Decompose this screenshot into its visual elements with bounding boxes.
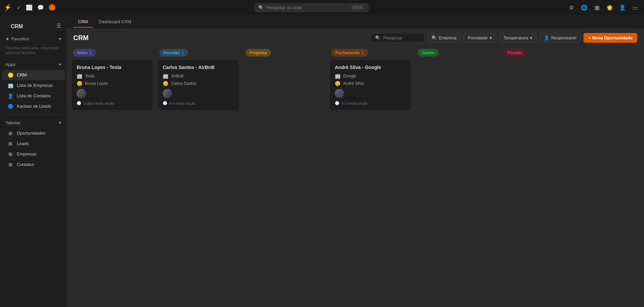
kanban-card-carlos-airbnb[interactable]: Carlos Santos - AirBnB 🏢 AirBnB 😊 Carlos… xyxy=(158,60,239,110)
kanban-column-perdido: Perdido xyxy=(502,47,583,60)
tabelas-header[interactable]: Tabelas ▾ xyxy=(0,117,67,128)
apps-section: Apps ▾ 🟡 CRM 🏢 Lista de Empresas 👤 Lista… xyxy=(0,59,67,112)
global-search-bar[interactable]: 🔍 Pesquisar ou criar Ctrl K xyxy=(254,3,368,12)
document-icon[interactable]: ⬜ xyxy=(26,4,33,11)
card-andre-google-person: 😊 André Silva xyxy=(335,81,406,86)
stage-proposta-label: Proposta xyxy=(249,50,267,55)
topbar-quick-icons: ✓ ⬜ 💬 1 xyxy=(17,4,55,11)
contatos-table-icon: ⊞ xyxy=(7,162,13,167)
kanban-card-andre-google[interactable]: André Silva - Google 🏢 Google 😊 André Si… xyxy=(330,60,411,110)
stage-fechamento-label: Fechamento xyxy=(335,50,360,55)
table-icon[interactable]: ▦ xyxy=(592,3,602,12)
apps-header[interactable]: Apps ▾ xyxy=(0,59,67,70)
card-bruna-tesla-time-label: 3 dias nesta seção xyxy=(83,101,114,105)
card-carlos-airbnb-time-label: 4 h nesta seção xyxy=(169,101,196,105)
crm-icon: 🟡 xyxy=(7,72,13,78)
sidebar-item-leads-label: Leads xyxy=(17,141,29,146)
empresas-table-icon: ⊞ xyxy=(7,151,13,157)
stage-badge-fechamento: Fechamento 1 xyxy=(331,49,368,57)
card-carlos-airbnb-company-label: AirBnB xyxy=(171,74,184,78)
kanban-board: Novo 1 Bruna Lopes - Tesla 🏢 Tesla 😊 Bru… xyxy=(67,47,644,307)
tabelas-section: Tabelas ▾ ⊞ Oportunidades ⊞ Leads ⊞ Empr… xyxy=(0,117,67,170)
prioridade-filter-btn[interactable]: Prioridade ▾ xyxy=(464,33,496,43)
person-carlos-icon: 😊 xyxy=(163,81,168,86)
sidebar-item-leads[interactable]: ⊞ Leads xyxy=(2,139,65,149)
stage-fechamento-count: 1 xyxy=(362,50,364,55)
kanban-column-proposta: Proposta xyxy=(244,47,325,60)
kanban-column-fechamento-header: Fechamento 1 xyxy=(330,47,411,60)
card-bruna-tesla-title: Bruna Lopes - Tesla xyxy=(77,65,148,70)
app-logo: ⚡ xyxy=(4,4,11,11)
stage-perdido-label: Perdido xyxy=(508,50,523,55)
kanban-column-ganho: Ganho xyxy=(416,47,497,60)
person-bruna-icon: 😊 xyxy=(77,81,82,86)
hamburger-icon[interactable]: ☰ xyxy=(56,23,61,29)
kanban-card-bruna-tesla[interactable]: Bruna Lopes - Tesla 🏢 Tesla 😊 Bruna Lope… xyxy=(72,60,153,110)
temperatura-filter-label: Temperatura xyxy=(504,35,528,40)
search-filter-input[interactable]: 🔍 Pesquisar xyxy=(371,33,425,43)
settings-icon[interactable]: ⚙ xyxy=(567,3,576,12)
stage-reuniao-count: 1 xyxy=(182,50,184,55)
stage-badge-proposta: Proposta xyxy=(245,49,271,57)
chat-icon[interactable]: 💬 xyxy=(37,4,44,11)
clock-carlos-icon: 🕐 xyxy=(163,101,167,105)
card-andre-google-time-label: 4 h nesta seção xyxy=(341,101,368,105)
tab-dashboard-crm[interactable]: Dashboard CRM xyxy=(94,16,136,28)
favorites-label: Favoritos xyxy=(11,36,29,41)
new-opportunity-button[interactable]: + Nova Oportunidade xyxy=(583,33,637,43)
profile-icon[interactable]: 👤 xyxy=(618,3,627,12)
sidebar-item-contatos[interactable]: ⊞ Contatos xyxy=(2,160,65,170)
search-bar-inner: 🔍 Pesquisar ou criar xyxy=(258,5,302,10)
page-actions: 🔍 Pesquisar 🔍 Empresa Prioridade ▾ Tempe… xyxy=(371,33,637,43)
search-icon: 🔍 xyxy=(258,5,264,10)
sidebar-item-lista-contatos[interactable]: 👤 Lista de Contatos xyxy=(2,91,65,101)
tabelas-label: Tabelas xyxy=(5,120,21,125)
temperatura-chevron-icon: ▾ xyxy=(530,35,532,40)
temperatura-filter-btn[interactable]: Temperatura ▾ xyxy=(499,33,537,43)
favorites-header[interactable]: ★ Favoritos ▾ xyxy=(0,34,67,44)
sidebar-item-crm[interactable]: 🟡 CRM xyxy=(2,70,65,80)
apps-icon[interactable]: ⚏ xyxy=(631,3,640,12)
card-carlos-airbnb-person-label: Carlos Santos xyxy=(171,81,196,86)
favorites-section: ★ Favoritos ▾ Favoritos está vazio, cliq… xyxy=(0,34,67,59)
sidebar-title: CRM xyxy=(5,19,28,32)
contatos-list-icon: 👤 xyxy=(7,93,13,99)
prioridade-filter-label: Prioridade xyxy=(468,35,488,40)
emoji-icon[interactable]: 🌟 xyxy=(605,3,614,12)
check-icon[interactable]: ✓ xyxy=(17,4,21,11)
kanban-column-reuniao-header: Reunião 1 xyxy=(158,47,239,60)
person-icon: 👤 xyxy=(544,35,549,40)
card-carlos-airbnb-title: Carlos Santos - AirBnB xyxy=(163,65,234,70)
clock-andre-icon: 🕐 xyxy=(335,101,339,105)
kanban-column-reuniao: Reunião 1 Carlos Santos - AirBnB 🏢 AirBn… xyxy=(158,47,239,113)
chevron-down-apps-icon: ▾ xyxy=(59,62,61,67)
sidebar-item-oportunidades[interactable]: ⊞ Oportunidades xyxy=(2,128,65,138)
topbar-right: ⚙ 🌐 ▦ 🌟 👤 ⚏ xyxy=(567,3,640,12)
building-google-icon: 🏢 xyxy=(335,73,340,79)
empresas-list-icon: 🏢 xyxy=(7,83,13,88)
card-bruna-tesla-person: 😊 Bruna Lopes xyxy=(77,81,148,86)
globe-icon[interactable]: 🌐 xyxy=(579,3,589,12)
page-header: CRM 🔍 Pesquisar 🔍 Empresa Prioridade ▾ T… xyxy=(67,29,644,47)
stage-badge-novo: Novo 1 xyxy=(73,49,96,57)
card-bruna-tesla-company-label: Tesla xyxy=(85,74,94,78)
empresa-filter-label: Empresa xyxy=(439,35,456,40)
notification-icon[interactable]: 1 xyxy=(49,4,55,11)
kanban-column-novo: Novo 1 Bruna Lopes - Tesla 🏢 Tesla 😊 Bru… xyxy=(72,47,153,113)
sidebar-item-lista-empresas[interactable]: 🏢 Lista de Empresas xyxy=(2,80,65,91)
sidebar-item-kanban-leads[interactable]: 🔵 Kanban de Leads xyxy=(2,101,65,111)
stage-reuniao-label: Reunião xyxy=(163,50,179,55)
sidebar: CRM ☰ ★ Favoritos ▾ Favoritos está vazio… xyxy=(0,15,67,307)
card-carlos-airbnb-company: 🏢 AirBnB xyxy=(163,73,234,79)
card-avatar-carlos xyxy=(163,89,172,98)
tab-crm[interactable]: CRM xyxy=(73,16,93,28)
empresa-filter-btn[interactable]: 🔍 Empresa xyxy=(427,33,461,43)
sidebar-item-empresas[interactable]: ⊞ Empresas xyxy=(2,149,65,159)
stage-novo-count: 1 xyxy=(89,50,92,55)
card-bruna-tesla-avatar-row xyxy=(77,89,148,98)
content-area: CRM Dashboard CRM CRM 🔍 Pesquisar 🔍 Empr… xyxy=(67,15,644,307)
card-avatar-andre xyxy=(335,89,344,98)
stage-badge-perdido: Perdido xyxy=(504,49,527,57)
responsavel-filter-btn[interactable]: 👤 Responsável xyxy=(539,33,581,43)
card-andre-google-avatar-row xyxy=(335,89,406,98)
